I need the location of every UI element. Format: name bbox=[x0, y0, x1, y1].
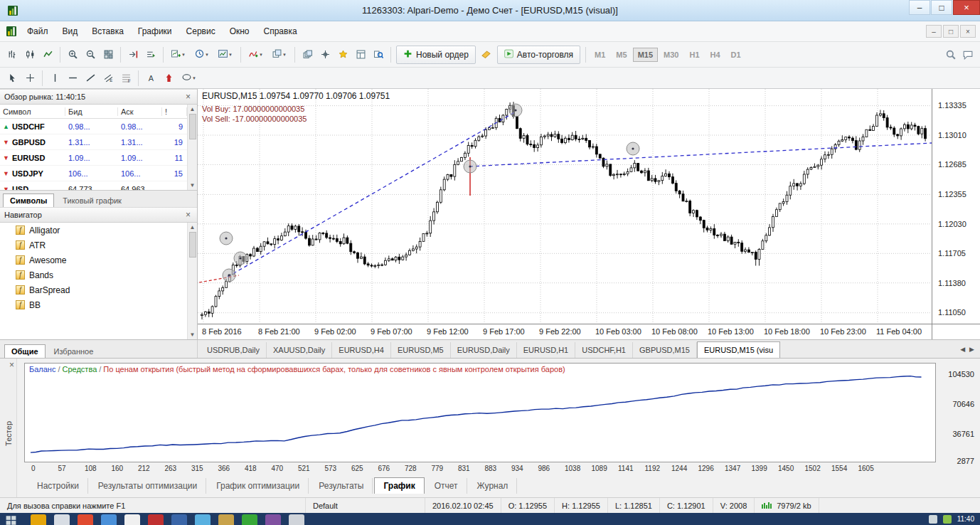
vertical-line-tool-icon[interactable] bbox=[46, 70, 63, 87]
scroll-up-icon[interactable]: ▲ bbox=[190, 105, 196, 114]
quick-trade-icon[interactable] bbox=[478, 46, 495, 63]
bar-chart-mode-icon[interactable] bbox=[4, 46, 21, 63]
navigator-item-bands[interactable]: ƒBands bbox=[0, 267, 187, 282]
taskbar-app-icon[interactable] bbox=[289, 514, 304, 525]
close-button[interactable]: × bbox=[953, 0, 980, 15]
taskbar-app-icon[interactable] bbox=[124, 514, 140, 525]
search-icon[interactable] bbox=[942, 46, 959, 63]
tab-results[interactable]: Результаты bbox=[310, 478, 373, 494]
navigator-scrollbar[interactable]: ▲ ▼ bbox=[187, 223, 197, 339]
tab-tick-chart[interactable]: Тиковый график bbox=[55, 193, 129, 207]
tab-graph[interactable]: График bbox=[374, 477, 424, 494]
close-icon[interactable]: × bbox=[183, 210, 193, 220]
menu-file[interactable]: Файл bbox=[20, 23, 55, 40]
timeframe-m1[interactable]: M1 bbox=[590, 48, 610, 62]
navigator-item-alligator[interactable]: ƒAlligator bbox=[0, 223, 187, 238]
tab-settings[interactable]: Настройки bbox=[28, 478, 88, 494]
chat-icon[interactable] bbox=[959, 46, 976, 63]
timeframe-d1[interactable]: D1 bbox=[726, 48, 746, 62]
navigator-item-atr[interactable]: ƒATR bbox=[0, 238, 187, 253]
menu-window[interactable]: Окно bbox=[223, 23, 257, 40]
scrollbar-thumb[interactable] bbox=[189, 232, 196, 258]
tabs-scroll-left-icon[interactable]: ◀ bbox=[960, 346, 965, 353]
chart-shift-icon[interactable] bbox=[124, 46, 142, 63]
scroll-down-icon[interactable]: ▼ bbox=[190, 330, 196, 339]
candlestick-mode-icon[interactable] bbox=[21, 46, 38, 63]
tab-optimization-graph[interactable]: График оптимизации bbox=[208, 478, 309, 494]
zoom-out-icon[interactable] bbox=[82, 46, 99, 63]
new-order-button[interactable]: Новый ордер bbox=[396, 46, 476, 64]
price-chart[interactable]: EURUSD,M15 1.09754 1.09770 1.09706 1.097… bbox=[198, 89, 932, 324]
cascade-windows-icon[interactable] bbox=[299, 46, 316, 63]
column-ask[interactable]: Аск bbox=[118, 107, 162, 116]
taskbar-app-icon[interactable] bbox=[265, 514, 281, 525]
timeframe-h1[interactable]: H1 bbox=[684, 48, 704, 62]
market-row-usdjpy[interactable]: ▼USDJPY 106... 106... 15 bbox=[0, 166, 187, 181]
menu-help[interactable]: Справка bbox=[257, 23, 304, 40]
tab-symbols[interactable]: Символы bbox=[3, 193, 54, 207]
new-chart-button[interactable]: ▼ bbox=[167, 46, 190, 63]
balance-chart[interactable]: Баланс/Средства/По ценам открытия (быстр… bbox=[24, 363, 936, 462]
mdi-close-button[interactable]: × bbox=[960, 25, 976, 38]
menu-view[interactable]: Вид bbox=[55, 23, 85, 40]
market-watch-scrollbar[interactable]: ▲ ▼ bbox=[187, 105, 197, 190]
market-row-gbpusd[interactable]: ▼GBPUSD 1.31... 1.31... 19 bbox=[0, 134, 187, 150]
column-spread[interactable]: ! bbox=[162, 107, 187, 116]
chart-tab-usdrub-daily[interactable]: USDRUB,Daily bbox=[201, 342, 267, 358]
crosshair-tool-icon[interactable] bbox=[21, 70, 38, 87]
zoom-in-icon[interactable] bbox=[64, 46, 81, 63]
taskbar-app-icon[interactable] bbox=[195, 514, 211, 525]
trendline-tool-icon[interactable] bbox=[82, 70, 99, 87]
window-layout-button[interactable]: ▼ bbox=[268, 46, 291, 63]
auto-scroll-icon[interactable] bbox=[142, 46, 159, 63]
cursor-tool-icon[interactable] bbox=[4, 70, 21, 87]
taskbar-app-icon[interactable] bbox=[242, 514, 257, 525]
taskbar-app-icon[interactable] bbox=[101, 514, 117, 525]
tab-favorites[interactable]: Избранное bbox=[47, 344, 101, 358]
market-row-eurusd[interactable]: ▼EURUSD 1.09... 1.09... 11 bbox=[0, 150, 187, 166]
line-chart-mode-icon[interactable] bbox=[39, 46, 56, 63]
tile-windows-icon[interactable] bbox=[100, 46, 117, 63]
horizontal-line-tool-icon[interactable] bbox=[64, 70, 81, 87]
arrows-tool-icon[interactable] bbox=[160, 70, 177, 87]
scrollbar-thumb[interactable] bbox=[189, 114, 196, 139]
periods-button[interactable]: ▼ bbox=[191, 46, 213, 63]
text-tool-icon[interactable]: A bbox=[142, 70, 159, 87]
timeframe-m30[interactable]: M30 bbox=[659, 48, 683, 62]
fibonacci-tool-icon[interactable]: F bbox=[117, 70, 134, 87]
chart-tab-eurusd-daily[interactable]: EURUSD,Daily bbox=[451, 342, 517, 358]
timeframe-h4[interactable]: H4 bbox=[705, 48, 725, 62]
taskbar-app-icon[interactable] bbox=[171, 514, 187, 525]
start-button[interactable] bbox=[6, 514, 23, 525]
data-window-icon[interactable] bbox=[352, 46, 369, 63]
autotrade-button[interactable]: Авто-торговля bbox=[497, 46, 580, 64]
column-symbol[interactable]: Символ bbox=[0, 107, 65, 116]
templates-button[interactable]: ▼ bbox=[214, 46, 237, 63]
maximize-button[interactable]: □ bbox=[931, 0, 952, 15]
chart-tab-eurusd-h1[interactable]: EURUSD,H1 bbox=[517, 342, 576, 358]
taskbar-app-icon[interactable] bbox=[31, 514, 46, 525]
navigator-item-awesome[interactable]: ƒAwesome bbox=[0, 253, 187, 267]
strategy-tester-icon[interactable] bbox=[370, 46, 387, 63]
close-icon[interactable]: × bbox=[7, 360, 16, 370]
mdi-minimize-button[interactable]: – bbox=[926, 25, 942, 38]
channel-tool-icon[interactable]: E bbox=[100, 70, 117, 87]
chart-tab-usdchf-h1[interactable]: USDCHF,H1 bbox=[575, 342, 633, 358]
shapes-tool-button[interactable]: ▼ bbox=[178, 70, 201, 87]
market-row-usd[interactable]: ▼USD... 64.773 64.963 bbox=[0, 181, 187, 190]
tray-icon[interactable] bbox=[929, 515, 937, 524]
tabs-scroll-right-icon[interactable]: ▶ bbox=[969, 346, 974, 353]
taskbar-app-icon[interactable] bbox=[218, 514, 234, 525]
tab-report[interactable]: Отчет bbox=[426, 478, 467, 494]
scroll-down-icon[interactable]: ▼ bbox=[190, 181, 196, 190]
timeframe-m15[interactable]: M15 bbox=[633, 48, 658, 62]
crosshair-icon[interactable] bbox=[316, 46, 334, 63]
tray-icon[interactable] bbox=[943, 515, 952, 524]
chart-tab-eurusd-m5[interactable]: EURUSD,M5 bbox=[391, 342, 451, 358]
navigator-item-barspread[interactable]: ƒBarSpread bbox=[0, 282, 187, 297]
market-row-usdchf[interactable]: ▲USDCHF 0.98... 0.98... 9 bbox=[0, 119, 187, 134]
tab-common[interactable]: Общие bbox=[4, 344, 46, 358]
indicators-button[interactable]: ▼ bbox=[245, 46, 267, 63]
timeframe-m5[interactable]: M5 bbox=[611, 48, 632, 62]
close-icon[interactable]: × bbox=[183, 92, 193, 102]
